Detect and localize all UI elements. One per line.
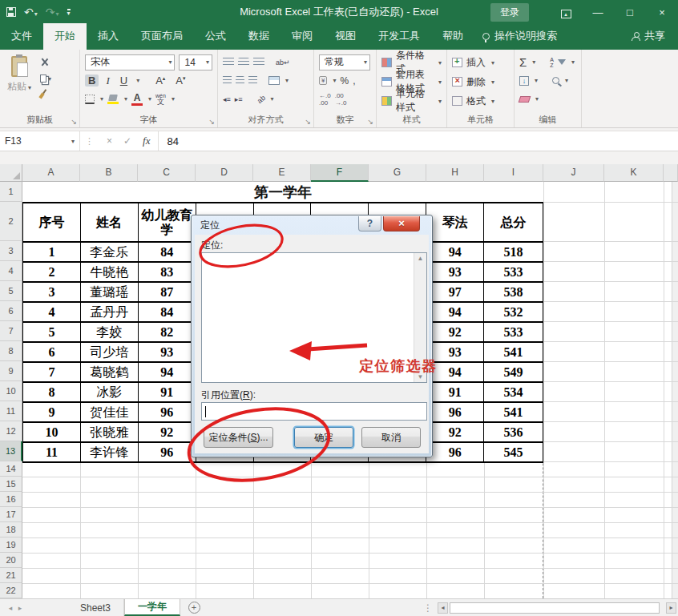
font-color-button[interactable]: A	[131, 93, 143, 106]
paste-button[interactable]: 粘贴▾	[0, 53, 38, 111]
table-cell[interactable]: 91	[426, 383, 484, 403]
row-header-1[interactable]: 1	[0, 182, 22, 202]
table-cell[interactable]: 84	[139, 243, 196, 263]
row-header-9[interactable]: 9	[0, 361, 22, 381]
autosum-button[interactable]: Σ	[519, 56, 527, 68]
table-cell[interactable]: 3	[23, 283, 81, 303]
row-header-10[interactable]: 10	[0, 381, 22, 401]
table-header-cell[interactable]: 总分	[484, 203, 543, 243]
dialog-close-button[interactable]: ×	[383, 216, 420, 232]
decrease-font-size-button[interactable]: A▾	[172, 74, 188, 87]
align-middle-icon[interactable]	[238, 58, 249, 66]
fill-down-button[interactable]: ↓	[519, 76, 529, 86]
ribbon-display-options-icon[interactable]: ▴	[550, 6, 582, 18]
row-header-15[interactable]: 15	[0, 477, 22, 492]
ok-button[interactable]: 确定	[294, 427, 353, 448]
column-header-J[interactable]: J	[543, 164, 604, 182]
cancel-button[interactable]: 取消	[361, 427, 421, 448]
table-cell[interactable]: 87	[139, 283, 196, 303]
goto-special-button[interactable]: 定位条件(S)...	[204, 427, 273, 448]
scrollbar-thumb[interactable]	[450, 602, 660, 614]
delete-cells-button[interactable]: 删除▾	[447, 72, 514, 91]
table-cell[interactable]: 4	[23, 303, 81, 323]
table-cell[interactable]: 92	[426, 423, 484, 443]
row-header-2[interactable]: 2	[0, 202, 22, 241]
dialog-help-button[interactable]: ?	[358, 216, 381, 232]
table-cell[interactable]: 7	[23, 363, 81, 383]
format-painter-button[interactable]	[38, 88, 53, 103]
table-cell[interactable]: 93	[139, 343, 196, 363]
clear-button[interactable]	[519, 96, 531, 103]
table-cell[interactable]: 541	[484, 343, 543, 363]
table-header-cell[interactable]: 幼儿教育学	[139, 203, 196, 243]
row-header-22[interactable]: 22	[0, 583, 22, 598]
table-cell[interactable]: 549	[484, 363, 543, 383]
table-cell[interactable]: 545	[484, 443, 543, 463]
table-cell[interactable]: 9	[23, 403, 81, 423]
table-cell[interactable]: 8	[23, 383, 81, 403]
table-cell[interactable]: 6	[23, 343, 81, 363]
accounting-format-icon[interactable]: ¥	[319, 76, 327, 85]
row-header-8[interactable]: 8	[0, 341, 22, 361]
next-sheet-icon[interactable]: ▸	[10, 599, 30, 616]
goto-dialog-titlebar[interactable]: 定位 ? ×	[192, 215, 432, 235]
table-title-cell[interactable]: 第一学年	[22, 182, 543, 202]
italic-button[interactable]: I	[103, 74, 112, 87]
orientation-icon[interactable]: ab	[256, 93, 267, 104]
copy-button[interactable]: ▾	[38, 71, 53, 86]
fill-color-button[interactable]	[107, 95, 119, 104]
number-dialog-launcher-icon[interactable]: ↘	[367, 118, 373, 126]
table-cell[interactable]: 11	[23, 443, 81, 463]
ribbon-tab-4[interactable]: 公式	[194, 23, 237, 50]
row-header-5[interactable]: 5	[0, 281, 22, 301]
tab-splitter-handle[interactable]: ⋮	[418, 599, 438, 616]
ribbon-tab-3[interactable]: 页面布局	[130, 23, 194, 50]
table-cell[interactable]: 李金乐	[81, 243, 139, 263]
cell-styles-button[interactable]: 单元格样式▾	[377, 91, 446, 111]
new-sheet-button[interactable]: +	[180, 599, 208, 616]
row-header-21[interactable]: 21	[0, 568, 22, 583]
column-header-partial[interactable]	[664, 164, 678, 182]
font-dialog-launcher-icon[interactable]: ↘	[208, 118, 215, 126]
column-header-C[interactable]: C	[138, 164, 196, 182]
horizontal-scrollbar[interactable]: ◂ ▸	[438, 599, 678, 616]
percent-style-icon[interactable]: %	[340, 75, 349, 87]
close-button[interactable]: ×	[646, 6, 678, 18]
table-cell[interactable]: 538	[484, 283, 543, 303]
table-cell[interactable]: 10	[23, 423, 81, 443]
row-header-16[interactable]: 16	[0, 492, 22, 507]
table-cell[interactable]: 518	[484, 243, 543, 263]
phonetic-guide-icon[interactable]: wén文	[155, 93, 166, 106]
table-cell[interactable]: 93	[426, 343, 484, 363]
decrease-decimal-icon[interactable]: .00→.0	[335, 92, 347, 107]
cancel-entry-icon[interactable]: ×	[107, 135, 112, 147]
formula-input[interactable]: 84	[159, 135, 186, 147]
format-cells-button[interactable]: 格式▾	[447, 91, 514, 111]
table-cell[interactable]: 536	[484, 423, 543, 443]
table-cell[interactable]: 92	[139, 423, 196, 443]
ribbon-tab-7[interactable]: 视图	[324, 23, 367, 50]
list-scrollbar[interactable]: ▲ ▼	[414, 253, 426, 382]
table-cell[interactable]: 5	[23, 323, 81, 343]
table-cell[interactable]: 93	[426, 263, 484, 283]
underline-button[interactable]: U	[117, 74, 131, 87]
row-header-7[interactable]: 7	[0, 321, 22, 341]
sign-in-button[interactable]: 登录	[490, 3, 529, 22]
row-header-18[interactable]: 18	[0, 522, 22, 537]
clipboard-dialog-launcher-icon[interactable]: ↘	[71, 118, 77, 126]
table-cell[interactable]: 533	[484, 263, 543, 283]
table-cell[interactable]: 张晓雅	[81, 423, 139, 443]
table-cell[interactable]: 92	[426, 323, 484, 343]
column-header-G[interactable]: G	[369, 164, 426, 182]
row-header-13[interactable]: 13	[0, 441, 22, 461]
font-size-select[interactable]: 14▾	[179, 54, 212, 70]
table-cell[interactable]: 贺佳佳	[81, 403, 139, 423]
table-cell[interactable]: 孟丹丹	[81, 303, 139, 323]
font-name-select[interactable]: 宋体▾	[85, 54, 175, 70]
row-header-3[interactable]: 3	[0, 241, 22, 261]
name-box[interactable]: F13▾	[0, 131, 80, 151]
ribbon-tab-2[interactable]: 插入	[87, 23, 130, 50]
ribbon-tab-8[interactable]: 开发工具	[367, 23, 431, 50]
table-cell[interactable]: 李许锋	[81, 443, 139, 463]
table-cell[interactable]: 董璐瑶	[81, 283, 139, 303]
